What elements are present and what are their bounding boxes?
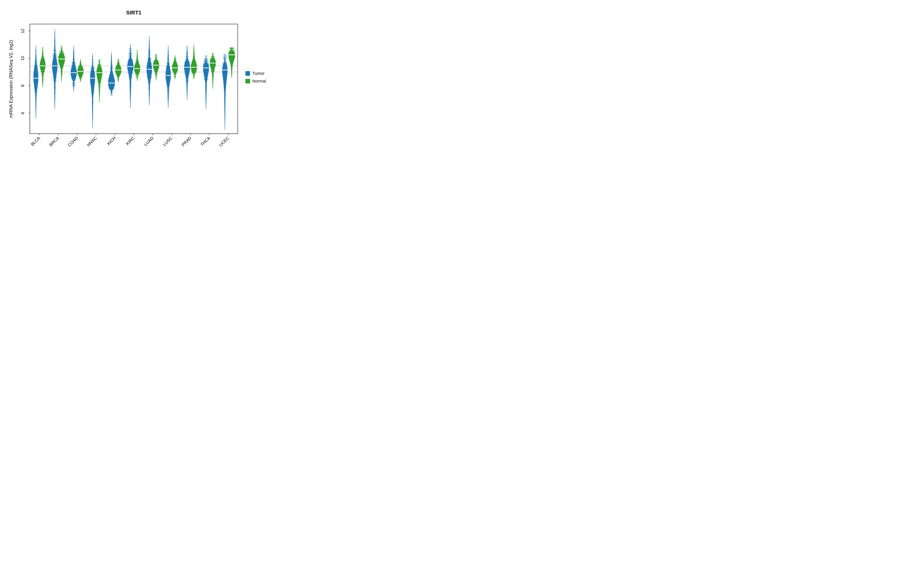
bean-normal-KICH (115, 58, 121, 82)
bean-tumor-THCA (203, 56, 209, 109)
x-tick-label: KICH (106, 135, 117, 146)
x-tick-label: PRAD (181, 135, 192, 147)
y-axis-label: mRNA Expression (RNASeq V2, log2) (8, 40, 13, 118)
violin-body (58, 46, 65, 82)
violin-body (108, 53, 115, 95)
legend-label: Normal (252, 79, 266, 84)
legend-label: Tumor (252, 71, 265, 76)
bean-tumor-KICH (108, 53, 115, 95)
x-tick-label: UCEC (218, 135, 230, 148)
y-tick-label: 10 (20, 56, 25, 61)
bean-tumor-LUAD (147, 36, 152, 105)
bean-normal-BLCA (40, 47, 45, 87)
x-tick-label: COAD (67, 135, 79, 148)
violin-body (153, 54, 159, 80)
y-tick-label: 8 (20, 85, 25, 87)
violin-body (172, 56, 178, 79)
y-tick-label: 12 (20, 29, 25, 33)
violin-body (222, 54, 228, 130)
violin-body (134, 50, 141, 80)
x-tick-label: LUAD (143, 135, 155, 147)
bean-tumor-UCEC (222, 54, 228, 130)
bean-tumor-PRAD (184, 46, 190, 100)
bean-tumor-LUSC (166, 46, 171, 108)
violin-body (34, 46, 39, 119)
bean-normal-KIRC (134, 50, 141, 80)
bean-normal-UCEC (228, 47, 235, 77)
violin-body (166, 46, 171, 108)
y-tick-label: 6 (20, 112, 25, 114)
bean-normal-PRAD (191, 45, 197, 79)
x-tick-label: KIRC (125, 135, 136, 146)
violin-body (97, 60, 102, 102)
bean-tumor-COAD (71, 46, 77, 91)
chart-title: SIRT1 (126, 10, 141, 16)
bean-tumor-BLCA (34, 46, 39, 119)
legend-swatch-tumor (246, 71, 250, 76)
bean-tumor-BRCA (52, 30, 57, 109)
legend: TumorNormal (246, 71, 266, 84)
x-tick-label: BLCA (30, 135, 41, 147)
x-tick-label: BRCA (48, 135, 60, 147)
bean-tumor-KIRC (127, 45, 133, 108)
bean-normal-LUAD (153, 54, 159, 80)
bean-normal-BRCA (58, 46, 65, 82)
x-tick-label: LUSC (162, 135, 173, 147)
bean-tumor-HNSC (90, 54, 95, 128)
legend-swatch-normal (246, 79, 250, 84)
x-tick-label: THCA (200, 135, 211, 147)
violin-body (147, 36, 152, 105)
bean-normal-HNSC (97, 60, 102, 102)
bean-normal-THCA (210, 53, 216, 89)
violin-body (90, 54, 95, 128)
violin-body (52, 30, 58, 109)
bean-normal-COAD (78, 60, 84, 82)
x-tick-label: HNSC (86, 135, 98, 148)
violin-chart: SIRT1681012mRNA Expression (RNASeq V2, l… (0, 0, 277, 173)
bean-normal-LUSC (172, 56, 178, 79)
